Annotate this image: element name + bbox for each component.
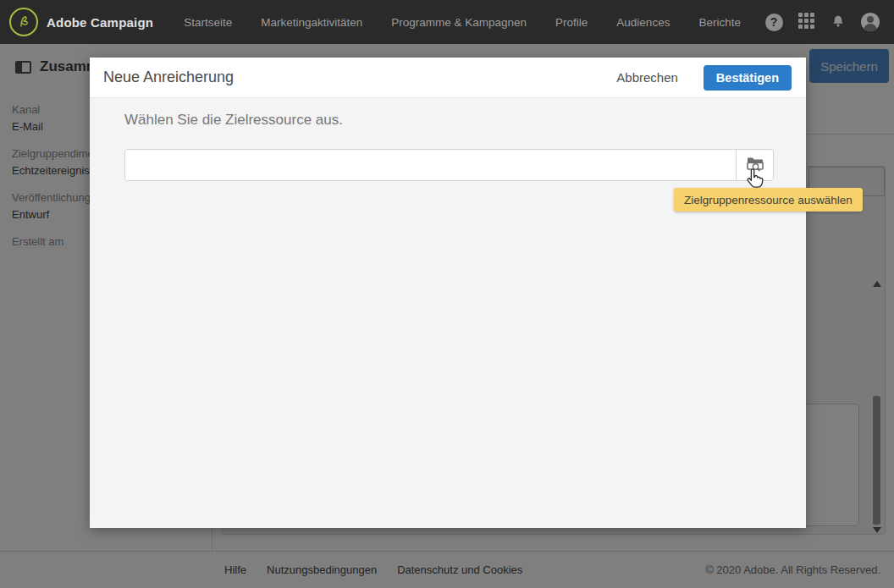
tooltip-text: Zielgruppenressource auswählen <box>684 194 853 206</box>
modal-title: Neue Anreicherung <box>103 69 234 86</box>
nav-item-audiences[interactable]: Audiences <box>616 16 670 29</box>
new-enrichment-modal: Neue Anreicherung Abbrechen Bestätigen W… <box>90 58 806 528</box>
apps-grid-icon[interactable] <box>797 13 815 31</box>
nav-item-profile[interactable]: Profile <box>555 16 588 29</box>
nav-item-berichte[interactable]: Berichte <box>698 16 741 29</box>
cancel-button[interactable]: Abbrechen <box>616 70 678 85</box>
nav-item-startseite[interactable]: Startseite <box>184 16 232 29</box>
nav-menu: Startseite Marketingaktivitäten Programm… <box>184 16 741 29</box>
adobe-campaign-logo-icon <box>9 8 38 36</box>
target-resource-prompt: Wählen Sie die Zielressource aus. <box>124 112 343 129</box>
modal-actions: Abbrechen Bestätigen <box>616 65 792 91</box>
screen: Adobe Campaign Startseite Marketingaktiv… <box>0 0 894 588</box>
nav-item-marketingaktivitaeten[interactable]: Marketingaktivitäten <box>261 16 362 29</box>
tooltip: Zielgruppenressource auswählen <box>674 188 863 212</box>
notifications-bell-icon[interactable] <box>829 13 847 31</box>
target-resource-picker <box>124 149 774 181</box>
modal-header: Neue Anreicherung Abbrechen Bestätigen <box>90 58 806 98</box>
confirm-button[interactable]: Bestätigen <box>704 65 792 91</box>
account-avatar-icon[interactable] <box>861 13 880 31</box>
brand-title: Adobe Campaign <box>47 15 153 30</box>
nav-utility-icons: ? <box>764 13 894 31</box>
resource-picker-button[interactable] <box>736 150 773 180</box>
help-icon[interactable]: ? <box>764 13 783 31</box>
folder-search-icon <box>746 156 764 174</box>
target-resource-input[interactable] <box>125 150 736 180</box>
nav-item-programme-kampagnen[interactable]: Programme & Kampagnen <box>391 16 527 29</box>
top-nav: Adobe Campaign Startseite Marketingaktiv… <box>0 0 894 44</box>
